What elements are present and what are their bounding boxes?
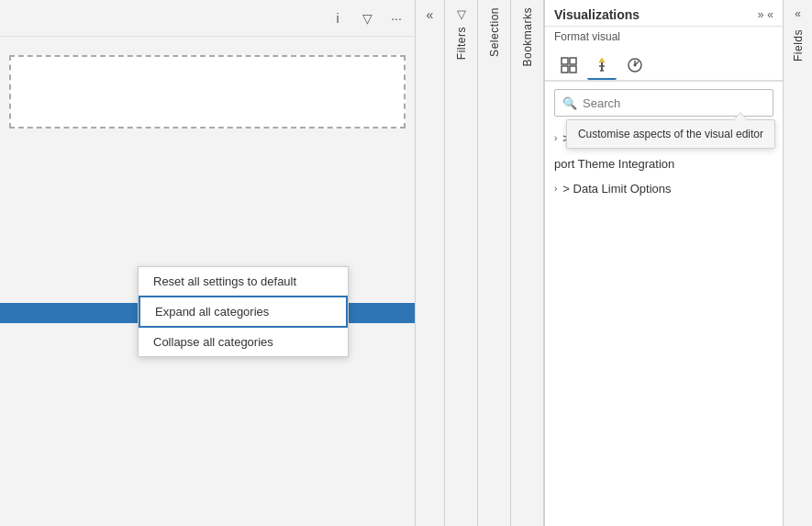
collapse-bar-left[interactable]: « — [416, 0, 445, 526]
more-options-icon[interactable]: ··· — [385, 7, 407, 29]
filters-icon: ▽ — [457, 7, 466, 21]
svg-rect-0 — [562, 58, 568, 64]
svg-rect-1 — [570, 58, 576, 64]
grid-tab-btn[interactable] — [554, 50, 584, 80]
top-toolbar: i ▽ ··· — [0, 0, 415, 37]
dashed-box — [9, 55, 406, 129]
filters-label: Filters — [455, 27, 468, 60]
theme-section[interactable]: port Theme Integration — [545, 151, 783, 176]
search-icon: 🔍 — [562, 96, 577, 110]
collapse-categories-item[interactable]: Collapse all categories — [139, 328, 348, 356]
panel-chevrons: » « — [758, 8, 773, 21]
fields-chevron[interactable]: « — [795, 7, 801, 20]
data-limit-chevron: › — [554, 184, 557, 194]
panel-header: Visualizations » « — [545, 0, 783, 27]
app-container: i ▽ ··· « ▽ Filters Selection Bookmarks … — [0, 0, 812, 526]
format-visual-label: Format visual — [545, 27, 783, 47]
bookmarks-label: Bookmarks — [521, 7, 534, 67]
data-limit-section[interactable]: › > Data Limit Options — [545, 176, 783, 201]
expand-categories-item[interactable]: Expand all categories — [139, 296, 348, 328]
panel-title: Visualizations — [554, 7, 640, 22]
svg-rect-2 — [562, 66, 568, 73]
tab-icons-row — [545, 47, 783, 82]
search-input[interactable] — [583, 96, 765, 110]
format-tab-btn[interactable] — [587, 50, 617, 80]
svg-point-5 — [634, 64, 637, 67]
filter-icon[interactable]: ▽ — [356, 7, 378, 29]
tooltip-text: Customise aspects of the visual editor — [578, 128, 763, 140]
visualizations-panel: Visualizations » « Format visual — [544, 0, 783, 526]
tooltip-box: Customise aspects of the visual editor — [566, 119, 775, 149]
info-icon[interactable]: i — [327, 7, 349, 29]
filters-panel[interactable]: ▽ Filters — [445, 0, 478, 526]
reset-settings-item[interactable]: Reset all settings to default — [139, 267, 348, 296]
selection-label: Selection — [488, 7, 501, 57]
expand-left-chevron[interactable]: » — [758, 8, 764, 21]
vertical-panels: ▽ Filters Selection Bookmarks — [445, 0, 544, 526]
theme-label: port Theme Integration — [554, 157, 674, 171]
fields-strip[interactable]: « Fields — [783, 0, 812, 526]
selection-panel[interactable]: Selection — [478, 0, 511, 526]
analytics-tab-btn[interactable] — [620, 50, 650, 80]
collapse-right-chevron[interactable]: « — [767, 8, 773, 21]
data-limit-label: > Data Limit Options — [562, 182, 671, 196]
context-menu: Reset all settings to default Expand all… — [138, 266, 349, 357]
svg-rect-3 — [570, 66, 576, 73]
bookmarks-panel[interactable]: Bookmarks — [511, 0, 544, 526]
canvas-area: i ▽ ··· — [0, 0, 416, 526]
collapse-chevron-left: « — [427, 7, 434, 22]
editor-chevron: › — [554, 133, 557, 143]
fields-label: Fields — [792, 29, 805, 62]
